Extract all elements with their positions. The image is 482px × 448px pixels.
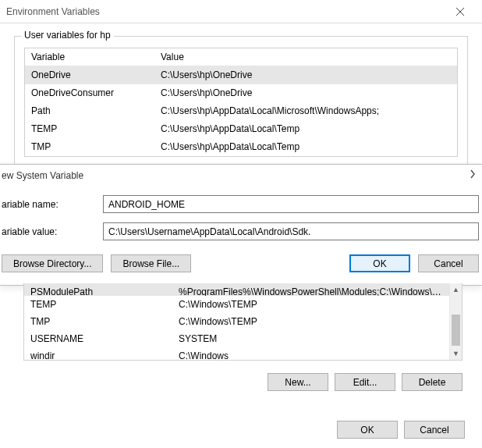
table-row[interactable]: TEMPC:\Windows\TEMP	[24, 296, 449, 313]
sys-delete-button[interactable]: Delete	[402, 373, 463, 391]
table-header: Variable Value	[25, 48, 457, 66]
new-system-variable-dialog: ew System Variable ariable name: ariable…	[0, 164, 482, 286]
cell-variable: TEMP	[24, 296, 172, 313]
variable-name-label: ariable name:	[0, 199, 103, 210]
window-title: Environment Variables	[6, 6, 445, 17]
cell-value: C:\Users\hp\OneDrive	[154, 84, 457, 101]
dialog-ok-button[interactable]: OK	[349, 254, 410, 272]
cell-value: C:\Windows	[172, 347, 449, 360]
close-icon	[456, 8, 464, 16]
scroll-thumb[interactable]	[452, 315, 460, 346]
user-variables-label: User variables for hp	[21, 30, 114, 41]
system-vars-button-row: New... Edit... Delete	[23, 373, 463, 391]
cell-variable: TEMP	[25, 120, 154, 137]
cell-variable: Path	[25, 102, 154, 119]
table-row[interactable]: PathC:\Users\hp\AppData\Local\Microsoft\…	[25, 102, 457, 120]
sys-new-button[interactable]: New...	[268, 373, 328, 391]
cell-variable: OneDriveConsumer	[25, 84, 154, 101]
user-variables-group: User variables for hp Variable Value One…	[14, 36, 468, 167]
cell-value: SYSTEM	[172, 330, 449, 347]
cell-variable: USERNAME	[24, 330, 172, 347]
table-row[interactable]: PSModulePath%ProgramFiles%\WindowsPowerS…	[24, 283, 449, 296]
dialog-cancel-button[interactable]: Cancel	[418, 254, 479, 272]
scrollbar[interactable]: ▲ ▼	[449, 283, 462, 360]
dialog-titlebar: ew System Variable	[0, 165, 482, 186]
cell-variable: OneDrive	[25, 66, 154, 84]
variable-value-row: ariable value:	[0, 222, 482, 240]
main-ok-button[interactable]: OK	[337, 421, 398, 439]
table-row[interactable]: USERNAMESYSTEM	[24, 330, 449, 347]
cell-value: C:\Users\hp\OneDrive	[154, 66, 457, 84]
cell-value: C:\Users\hp\AppData\Local\Microsoft\Wind…	[154, 102, 457, 119]
main-cancel-button[interactable]: Cancel	[404, 421, 465, 439]
scroll-down-icon[interactable]: ▼	[450, 347, 462, 360]
table-row[interactable]: OneDriveConsumerC:\Users\hp\OneDrive	[25, 84, 457, 102]
header-value[interactable]: Value	[154, 48, 457, 66]
cell-variable: PSModulePath	[24, 283, 172, 296]
table-row[interactable]: TMPC:\Windows\TEMP	[24, 313, 449, 330]
table-row[interactable]: TEMPC:\Users\hp\AppData\Local\Temp	[25, 120, 457, 138]
dialog-button-row: Browse Directory... Browse File... OK Ca…	[0, 254, 482, 272]
scroll-up-icon[interactable]: ▲	[450, 283, 462, 296]
table-row[interactable]: TMPC:\Users\hp\AppData\Local\Temp	[25, 138, 457, 156]
chevron-right-icon	[470, 169, 476, 181]
env-vars-titlebar: Environment Variables	[0, 0, 482, 23]
variable-name-input[interactable]	[103, 195, 479, 213]
header-variable[interactable]: Variable	[25, 48, 154, 66]
variable-name-row: ariable name:	[0, 195, 482, 213]
cell-value: C:\Users\hp\AppData\Local\Temp	[154, 138, 457, 155]
user-variables-table[interactable]: Variable Value OneDriveC:\Users\hp\OneDr…	[24, 48, 458, 157]
cell-variable: windir	[24, 347, 172, 360]
cell-value: C:\Users\hp\AppData\Local\Temp	[154, 120, 457, 137]
cell-value: C:\Windows\TEMP	[172, 313, 449, 330]
browse-directory-button[interactable]: Browse Directory...	[2, 254, 103, 272]
cell-value: %ProgramFiles%\WindowsPowerShell\Modules…	[172, 283, 449, 296]
variable-value-label: ariable value:	[0, 226, 103, 237]
table-row[interactable]: windirC:\Windows	[24, 347, 449, 360]
table-row[interactable]: OneDriveC:\Users\hp\OneDrive	[25, 66, 457, 84]
sys-edit-button[interactable]: Edit...	[335, 373, 395, 391]
browse-file-button[interactable]: Browse File...	[111, 254, 191, 272]
dialog-title: ew System Variable	[2, 170, 83, 181]
close-button[interactable]	[445, 0, 476, 23]
main-dialog-button-row: OK Cancel	[337, 421, 465, 439]
variable-value-input[interactable]	[103, 222, 479, 240]
cell-variable: TMP	[24, 313, 172, 330]
cell-value: C:\Windows\TEMP	[172, 296, 449, 313]
system-variables-table[interactable]: PSModulePath%ProgramFiles%\WindowsPowerS…	[23, 283, 463, 361]
system-variables-area: PSModulePath%ProgramFiles%\WindowsPowerS…	[23, 283, 463, 391]
cell-variable: TMP	[25, 138, 154, 155]
